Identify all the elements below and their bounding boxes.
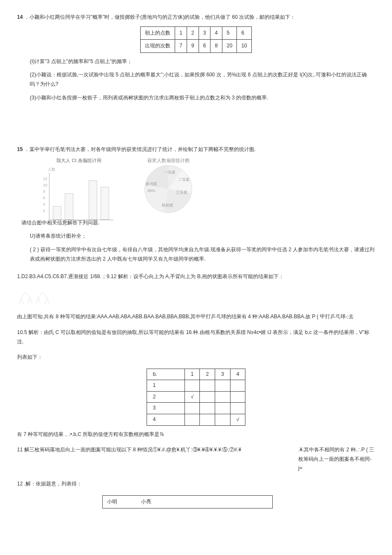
- bar-ylabel: 人数: [48, 166, 115, 173]
- t2-r4c4: [215, 414, 231, 426]
- t2-r4c3: [200, 414, 215, 426]
- pie-chart-title: 获奖人数扇形统计图: [132, 157, 205, 165]
- q15-text: ．某中学举行毛笔书法大赛，对各年级同学的获奖情况进行了统计，并绘制了如下两幅不完…: [24, 146, 256, 152]
- ytick-8: 8: [43, 188, 45, 195]
- t3-c2: 小亮: [137, 495, 229, 509]
- ytick-10: 10: [43, 182, 47, 189]
- ans-table-3: 小明 小亮: [102, 495, 273, 509]
- q14-part1: (I)计算"3 点朝上"的频率和"5 点朝上"的频率；: [17, 57, 375, 67]
- q14-t-r1c2: 1: [175, 26, 187, 40]
- q14-t-r1c4: 3: [199, 26, 210, 40]
- ans-6-left: 11 解三枚筹码落地后向上一面的图案可能出现以下 8 种情况①¥.#.@愈¥.机…: [17, 445, 241, 473]
- pie-lbl-1: 一等奖: [164, 169, 176, 176]
- t2-r4c5: √: [230, 414, 245, 426]
- ans-line-3: 10.5 解析：由氏 C 可以取相同的值知是有放回的抽取,所以等可能的结果有 1…: [17, 328, 375, 346]
- q14-t-r2c5: 8: [210, 40, 222, 53]
- t2-r2c3: [200, 391, 215, 403]
- pie-graphic: 一等奖 二等奖 三等奖 参与奖 25% 鼓励奖: [144, 165, 192, 213]
- q14-part3: (3)小颖和小红各投掷一枚骰子，用列表或画树状图的方法求出两枚骰子朝上的点数之和…: [17, 93, 375, 103]
- q14-t-r1c1: 朝上的点数: [141, 26, 175, 40]
- t2-r3c1: 3: [147, 403, 184, 414]
- bar-4: [89, 180, 97, 220]
- t2-r2c2: √: [184, 391, 200, 403]
- svg-line-2: [38, 292, 43, 298]
- bar-2: [65, 193, 73, 220]
- svg-line-7: [30, 298, 32, 304]
- t2-h3: 2: [200, 369, 215, 380]
- t2-r1c4: [215, 380, 231, 392]
- q14-t-r2c2: 7: [175, 40, 187, 53]
- q15-number: 15: [17, 146, 23, 152]
- pie-lbl-2: 二等奖: [178, 176, 190, 183]
- q14-text: ．小颖和小红两位同学在学习"概率"时，做投掷骰子(质地均匀的正方体)的试验，他们…: [24, 14, 296, 20]
- ytick-6: 6: [43, 195, 45, 201]
- answers-section: 1.D2.B3.A4.C5.C6.B7.逐渐接近 1/68.；9.12 解析：设…: [17, 272, 375, 509]
- q14-t-r2c4: 6: [199, 40, 210, 53]
- t2-h1: b.: [147, 369, 184, 380]
- q14-t-r2c6: 20: [222, 40, 237, 53]
- ans-line-1: 1.D2.B3.A4.C5.C6.B7.逐渐接近 1/68.；9.12 解析：设…: [17, 272, 375, 282]
- bar-5: [101, 187, 109, 220]
- ans-line-4: 列表如下：: [17, 353, 375, 362]
- svg-line-0: [21, 292, 26, 298]
- t2-r3c2: [184, 403, 200, 414]
- q14-number: 14: [17, 14, 23, 20]
- bar-plot-area: 12 10 8 6 4 2: [49, 173, 113, 220]
- q14-t-r2c3: 9: [187, 40, 199, 53]
- question-14: 14 ．小颖和小红两位同学在学习"概率"时，做投掷骰子(质地均匀的正方体)的试验…: [17, 13, 375, 102]
- t3-c3: [229, 495, 272, 509]
- ans-table-2: b. 1 2 3 4 1 2 √ 3 4: [147, 369, 246, 426]
- ytick-2: 2: [43, 207, 45, 214]
- ans-line-2: 由上图可知.共有 8 种等可能的结果:AAA.AAB,ABA,ABB.BAA.B…: [17, 312, 375, 322]
- svg-line-3: [43, 292, 47, 298]
- svg-line-11: [47, 298, 49, 304]
- t2-h5: 4: [230, 369, 245, 380]
- t2-h2: 1: [184, 369, 200, 380]
- q15-part2: ( 2 ) 获得一等奖的同学中有次自七年级，有排自八年级，其他同学均来自九年级.…: [17, 245, 375, 264]
- t2-r4c1: 4: [147, 414, 184, 426]
- t2-r1c3: [200, 380, 215, 392]
- question-15: 15 ．某中学举行毛笔书法大赛，对各年级同学的获奖情况进行了统计，并绘制了如下两…: [17, 145, 375, 264]
- t2-r3c4: [215, 403, 231, 414]
- q14-t-r1c7: 6: [237, 26, 251, 40]
- svg-line-9: [38, 298, 40, 304]
- t2-r2c1: 2: [147, 391, 184, 403]
- pie-lbl-5: 鼓励奖: [162, 202, 173, 209]
- ytick-4: 4: [43, 201, 45, 208]
- svg-line-6: [28, 298, 30, 304]
- pie-lbl-3: 三等奖: [176, 189, 187, 196]
- t3-c1: 小明: [103, 495, 137, 509]
- tree-diagram-icon: [17, 290, 55, 307]
- t2-r3c3: [200, 403, 215, 414]
- svg-line-4: [19, 298, 21, 304]
- svg-line-10: [45, 298, 47, 304]
- t2-r2c4: [215, 391, 231, 403]
- t2-h4: 3: [215, 369, 231, 380]
- q14-t-r2c7: 10: [237, 40, 251, 53]
- bar-1: [53, 206, 61, 220]
- ytick-12: 12: [43, 175, 47, 182]
- t2-r2c5: [230, 391, 245, 403]
- svg-line-1: [26, 292, 30, 298]
- q15-part1: U)请将条形统计图补全；: [17, 232, 375, 241]
- q14-t-r1c3: 2: [187, 26, 199, 40]
- ans-line-7: 12 .解：依据题意，列表得：: [17, 479, 375, 489]
- bar-chart: 我大人 Ct 条脳统计用 人数 12 10 8 6 4 2: [43, 157, 115, 216]
- t2-r1c5: [230, 380, 245, 392]
- t2-r1c1: 1: [147, 380, 184, 392]
- svg-line-8: [36, 298, 38, 304]
- svg-line-5: [21, 298, 23, 304]
- ans-line-6: 11 解三枚筹码落地后向上一面的图案可能出现以下 8 种情况①¥.#.@愈¥.机…: [17, 445, 375, 473]
- bar-chart-title: 我大人 Ct 条脳统计用: [43, 157, 115, 165]
- q14-t-r1c6: 5: [222, 26, 237, 40]
- pie-chart: 获奖人数扇形统计图 一等奖 二等奖 三等奖 参与奖 25% 鼓励奖: [132, 157, 205, 213]
- q14-t-r2c1: 出现的次数: [141, 40, 175, 53]
- q14-table: 朝上的点数 1 2 3 4 5 6 出现的次数 7 9 6 8 20 10: [140, 26, 251, 53]
- ans-6-right: .¥.其中各不相同的有 2 种.∴P ( 三枚筹码向上一面的图案各不相同-j=: [298, 445, 375, 473]
- t2-r1c2: [184, 380, 200, 392]
- t2-r3c5: [230, 403, 245, 414]
- pie-lbl-4: 参与奖 25%: [143, 180, 160, 194]
- q14-part2: (2)小颖说：根据试脸,一次试验中出现 5 点朝上的概率最大";小红说，如果投掷…: [17, 70, 375, 89]
- q14-t-r1c5: 4: [210, 26, 222, 40]
- ans-line-5: 有 7 种等可能的结果，.•.b,C 所取的值使方程有实数根的概率是⅞: [17, 430, 375, 439]
